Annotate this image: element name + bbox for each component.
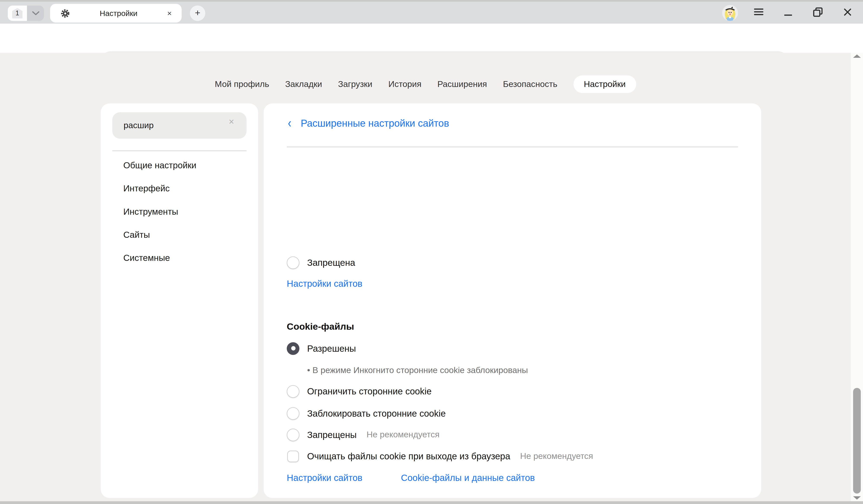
radio-row-forbidden-top[interactable]: Запрещена <box>287 255 355 270</box>
close-tab-icon[interactable]: × <box>167 9 172 18</box>
header-divider <box>287 146 738 147</box>
close-icon <box>843 7 852 16</box>
radio-label: Разрешены <box>307 343 356 353</box>
checkbox-label: Очищать файлы cookie при выходе из брауз… <box>307 451 510 461</box>
radio-label: Заблокировать сторонние cookie <box>307 408 446 418</box>
settings-page: Мой профиль Закладки Загрузки История Ра… <box>0 53 863 504</box>
radio-icon[interactable] <box>287 385 299 398</box>
browser-tab-settings[interactable]: Настройки × <box>50 4 182 23</box>
tab-history[interactable]: История <box>388 75 421 93</box>
browser-window: 1 Настройки × + <box>0 0 863 504</box>
scrollbar-thumb[interactable] <box>853 388 861 494</box>
plus-icon: + <box>195 7 200 18</box>
gear-icon <box>61 9 70 18</box>
toolbar: Я settings Настройки <box>0 24 863 53</box>
cookies-section-title: Cookie-файлы <box>287 319 354 335</box>
site-settings-link-row: Настройки сайтов <box>287 276 362 291</box>
sidebar-item-interface[interactable]: Интерфейс <box>123 177 252 200</box>
radio-row-cookies-forbidden[interactable]: Запрещены Не рекомендуется <box>287 427 439 442</box>
tab-bookmarks[interactable]: Закладки <box>285 75 322 93</box>
scroll-up-arrow-icon[interactable] <box>853 54 861 58</box>
tab-security[interactable]: Безопасность <box>503 75 557 93</box>
radio-label: Запрещена <box>307 257 355 267</box>
sidebar-item-sites[interactable]: Сайты <box>123 223 252 247</box>
not-recommended-badge: Не рекомендуется <box>520 451 593 461</box>
incognito-cookie-note: • В режиме Инкогнито сторонние cookie за… <box>307 364 528 377</box>
radio-icon[interactable] <box>287 428 299 441</box>
titlebar: 1 Настройки × + <box>0 0 863 24</box>
profile-avatar[interactable] <box>722 5 738 21</box>
settings-sidebar: ✕ Общие настройки Интерфейс Инструменты … <box>101 103 258 498</box>
settings-content: ‹ Расширенные настройки сайтов Запрещена… <box>264 103 761 498</box>
avatar-image-icon <box>722 5 738 21</box>
site-settings-link[interactable]: Настройки сайтов <box>287 472 362 483</box>
radio-row-limit-third-party[interactable]: Ограничить сторонние cookie <box>287 383 432 399</box>
back-chevron-icon[interactable]: ‹ <box>288 116 291 131</box>
sidebar-item-system[interactable]: Системные <box>123 247 252 269</box>
clear-search-icon[interactable]: ✕ <box>228 118 235 125</box>
tab-group-control[interactable]: 1 <box>8 5 44 21</box>
settings-search-input[interactable] <box>112 112 246 139</box>
minimize-icon <box>784 7 793 16</box>
site-settings-link[interactable]: Настройки сайтов <box>287 278 362 288</box>
radio-icon[interactable] <box>287 407 299 420</box>
menu-button[interactable] <box>747 0 770 24</box>
sidebar-item-general[interactable]: Общие настройки <box>123 154 252 177</box>
sidebar-item-tools[interactable]: Инструменты <box>123 200 252 223</box>
close-window-button[interactable] <box>837 0 859 24</box>
minimize-button[interactable] <box>777 0 799 24</box>
new-tab-button[interactable]: + <box>190 5 205 21</box>
restore-icon <box>813 7 823 17</box>
chevron-down-icon <box>32 11 39 15</box>
content-header[interactable]: ‹ Расширенные настройки сайтов <box>288 117 449 129</box>
not-recommended-badge: Не рекомендуется <box>366 430 439 440</box>
tab-downloads[interactable]: Загрузки <box>338 75 372 93</box>
page-scrollbar[interactable] <box>851 53 863 504</box>
radio-row-block-third-party[interactable]: Заблокировать сторонние cookie <box>287 405 446 421</box>
cookies-and-site-data-link[interactable]: Cookie-файлы и данные сайтов <box>401 472 535 483</box>
sidebar-divider <box>112 150 246 151</box>
tab-title: Настройки <box>70 9 167 18</box>
content-title[interactable]: Расширенные настройки сайтов <box>301 117 449 129</box>
radio-selected-icon[interactable] <box>287 342 299 355</box>
tab-my-profile[interactable]: Мой профиль <box>215 75 269 93</box>
settings-nav: Мой профиль Закладки Загрузки История Ра… <box>0 75 851 93</box>
tab-group-count: 1 <box>12 8 23 18</box>
scroll-down-arrow-icon[interactable] <box>853 496 861 500</box>
tab-group-button[interactable]: 1 <box>8 5 27 21</box>
checkbox-row-clear-cookies[interactable]: Очищать файлы cookie при выходе из брауз… <box>287 448 593 464</box>
radio-label: Запрещены <box>307 429 357 440</box>
restore-button[interactable] <box>807 0 829 24</box>
radio-row-cookies-allowed[interactable]: Разрешены <box>287 341 356 356</box>
checkbox-icon[interactable] <box>287 450 299 462</box>
window-bottom-edge <box>0 501 863 504</box>
sidebar-section-list: Общие настройки Интерфейс Инструменты Са… <box>123 154 252 270</box>
hamburger-icon <box>754 8 763 15</box>
radio-icon[interactable] <box>287 256 299 269</box>
tab-settings[interactable]: Настройки <box>573 75 636 93</box>
radio-label: Ограничить сторонние cookie <box>307 386 432 396</box>
tab-extensions[interactable]: Расширения <box>437 75 487 93</box>
cookies-links-row: Настройки сайтов Cookie-файлы и данные с… <box>287 470 535 485</box>
tab-group-expand-button[interactable] <box>27 5 44 21</box>
